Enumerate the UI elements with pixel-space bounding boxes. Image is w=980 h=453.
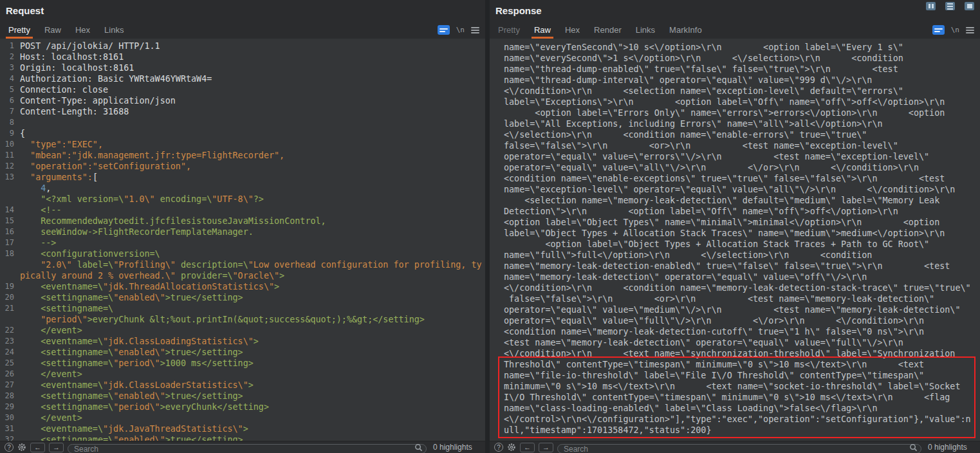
response-code-line: <condition name=\"enable-exceptions\" tr…	[504, 173, 980, 184]
response-code-line: operator=\"equal\" value=\"full\"\/>\r\n…	[504, 315, 980, 326]
response-code-line: Detection\">\r\n <option label=\"Off\" n…	[504, 206, 980, 217]
tab-markinfo[interactable]: MarkInfo	[662, 21, 709, 39]
response-code-line: label=\"All Exceptions, including Errors…	[504, 118, 980, 129]
request-code-line: 21 <settingname=\	[0, 303, 485, 314]
tab-raw[interactable]: Raw	[37, 21, 68, 39]
newline-toggle[interactable]: \n	[951, 26, 959, 34]
request-code-line: "<?xml version=\"1.0\" encoding=\"UTF-8\…	[0, 194, 485, 205]
tab-hex[interactable]: Hex	[558, 21, 587, 39]
response-code-line: name=\"everySecond\">1 s<\/option>\r\n <…	[504, 53, 980, 64]
response-highlights-count: 0 highlights	[928, 443, 974, 452]
search-prev-button[interactable]: ←	[520, 443, 535, 452]
request-view-tools: \n	[438, 21, 479, 39]
request-search-field	[68, 443, 427, 452]
response-panel: Response PrettyRawHexRenderLinksMarkInfo…	[490, 0, 980, 453]
request-code-line: 9{	[0, 128, 485, 139]
response-view-tools: \n	[932, 21, 974, 39]
response-code-line: operator=\"equal\" value=\"all\"\/>\r\n …	[504, 162, 980, 173]
tab-links[interactable]: Links	[97, 21, 131, 39]
search-settings-gear-icon[interactable]	[17, 443, 26, 452]
response-code-line: name=\"class-loading-enabled\" label=\"C…	[504, 403, 980, 414]
request-code-line: 19 <eventname=\"jdk.ThreadAllocationStat…	[0, 281, 485, 292]
tab-pretty[interactable]: Pretty	[491, 21, 527, 39]
search-next-button[interactable]: →	[49, 443, 64, 452]
request-code-line: 3Origin: localhost:8161	[0, 62, 485, 73]
request-search-bar: ? ← → 0 highlights	[0, 441, 485, 453]
response-editor[interactable]: name=\"everyTenSecond\">10 s<\/option>\r…	[490, 39, 980, 441]
request-code-line: "period\">everyChunk &lt;%out.printIn(&q…	[0, 314, 485, 325]
response-code-line: <option label=\"Object Types\" name=\"mi…	[504, 217, 980, 228]
response-code-line: <\/condition>\r\n <text name=\"synchroni…	[504, 348, 980, 359]
layout-columns-icon[interactable]	[926, 2, 936, 10]
request-code-line: 26 </event>	[0, 369, 485, 380]
tab-hex[interactable]: Hex	[68, 21, 97, 39]
request-code-line: 14 <!--	[0, 205, 485, 216]
tab-pretty[interactable]: Pretty	[1, 21, 37, 39]
response-code-line: name=\"memory-leak-detection\" operator=…	[504, 272, 980, 282]
help-icon[interactable]: ?	[494, 443, 503, 452]
editor-menu-icon[interactable]	[471, 27, 479, 33]
response-code-line: operator=\"equal\" value=\"errors\"\/>\r…	[504, 151, 980, 162]
layout-single-icon[interactable]	[965, 2, 974, 10]
search-magnifier-icon[interactable]	[414, 443, 423, 452]
request-code-line: 15 Recommendedwaytoedit.jfcfilesistouseJ…	[0, 216, 485, 226]
response-code-line: name=\"exception-level\" operator=\"equa…	[504, 184, 980, 195]
request-code-line: 23 <eventname=\"jdk.ClassLoadingStatisti…	[0, 336, 485, 347]
response-code-line: <test name=\"memory-leak-detection\" ope…	[504, 337, 980, 348]
request-code-line: 29 <settingname=\"period\">everyChunk</s…	[0, 402, 485, 412]
request-search-input[interactable]	[68, 444, 427, 453]
response-tabbar: PrettyRawHexRenderLinksMarkInfo \n	[490, 21, 980, 39]
response-code-line: name=\"everyTenSecond\">10 s<\/option>\r…	[504, 42, 980, 53]
search-magnifier-icon[interactable]	[909, 443, 918, 452]
request-code-line: 22 </event>	[0, 325, 485, 336]
prettify-toggle-icon[interactable]	[438, 25, 450, 35]
request-highlights-count: 0 highlights	[433, 443, 479, 452]
response-code-line: operator=\"equal\" value=\"medium\"\/>\r…	[504, 304, 980, 315]
response-code-line: ull,"timestamp":1701358472,"status":200}	[504, 425, 980, 436]
response-code-line: label=\"Object Types + Allocation Stack …	[504, 228, 980, 239]
response-code-line: label=\"Exceptions\">\r\n <option label=…	[504, 97, 980, 107]
request-code-line: 24 <settingname=\"enabled\">true</settin…	[0, 347, 485, 358]
request-code-line: 31 <eventname=\"jdk.JavaThreadStatistics…	[0, 423, 485, 434]
response-code-line: name=\"memory-leak-detection-enabled\" t…	[504, 261, 980, 272]
request-code-line: 16 seeWindow->FlightRecorderTemplateMana…	[0, 226, 485, 237]
search-settings-gear-icon[interactable]	[507, 443, 516, 452]
help-icon[interactable]: ?	[5, 443, 14, 452]
request-code-line: 30 </event>	[0, 412, 485, 423]
request-code-line: 25 <settingname=\"period\">1000 ms</sett…	[0, 358, 485, 369]
response-code-line: Threshold\" contentType=\"timespan\" min…	[504, 359, 980, 370]
response-code-line: name=\"thread-dump-interval\" operator=\…	[504, 75, 980, 86]
response-code-line: <\/control>\r\n<\/configuration>"],"type…	[504, 414, 980, 425]
panel-divider[interactable]	[485, 0, 490, 453]
tab-raw[interactable]: Raw	[527, 21, 558, 39]
response-code-line: <\/condition>\r\n <condition name=\"memo…	[504, 282, 980, 293]
request-code-line: 10 "type":"EXEC",	[0, 139, 485, 150]
request-code-line: pically around 2 % overhead.\" provider=…	[0, 270, 485, 281]
search-prev-button[interactable]: ←	[30, 443, 45, 452]
request-panel: Request PrettyRawHexLinks \n 1POST /api/…	[0, 0, 485, 453]
response-code-line: name=\"full\">full<\/option>\r\n <\/sele…	[504, 250, 980, 261]
response-code-line: I\/O Threshold\" contentType=\"timespan\…	[504, 392, 980, 403]
response-header: Response	[490, 0, 980, 21]
request-code-line: 11 "mbean":"jdk.management.jfr:type=Flig…	[0, 150, 485, 161]
tab-render[interactable]: Render	[587, 21, 629, 39]
response-search-input[interactable]	[557, 444, 921, 453]
response-code-line: <option label=\"Errors Only\" name=\"err…	[504, 107, 980, 118]
response-code-line: name=\"thread-dump-enabled\" true=\"fals…	[504, 64, 980, 75]
search-next-button[interactable]: →	[539, 443, 553, 452]
request-editor[interactable]: 1POST /api/jolokia/ HTTP/1.12Host: local…	[0, 39, 485, 441]
response-code-line: <\/condition>\r\n <selection name=\"exce…	[504, 86, 980, 97]
editor-menu-icon[interactable]	[966, 27, 974, 33]
request-code-line: 32 <settingname=\"enabled\">true</settin…	[0, 434, 485, 441]
request-code-line: 18 <configurationversion=\	[0, 248, 485, 259]
layout-rows-icon[interactable]	[945, 2, 955, 10]
request-code-line: 5Connection: close	[0, 84, 485, 95]
prettify-toggle-icon[interactable]	[932, 25, 945, 35]
request-code-line: 4Authorization: Basic YWRtaW46YWRtaW4=	[0, 73, 485, 84]
request-code-line: 17 -->	[0, 237, 485, 248]
tab-links[interactable]: Links	[629, 21, 662, 39]
request-code-line: 7Content-Length: 31688	[0, 106, 485, 117]
request-code-line: 1POST /api/jolokia/ HTTP/1.1	[0, 41, 485, 51]
newline-toggle[interactable]: \n	[456, 26, 465, 34]
request-tabbar: PrettyRawHexLinks \n	[0, 21, 485, 39]
